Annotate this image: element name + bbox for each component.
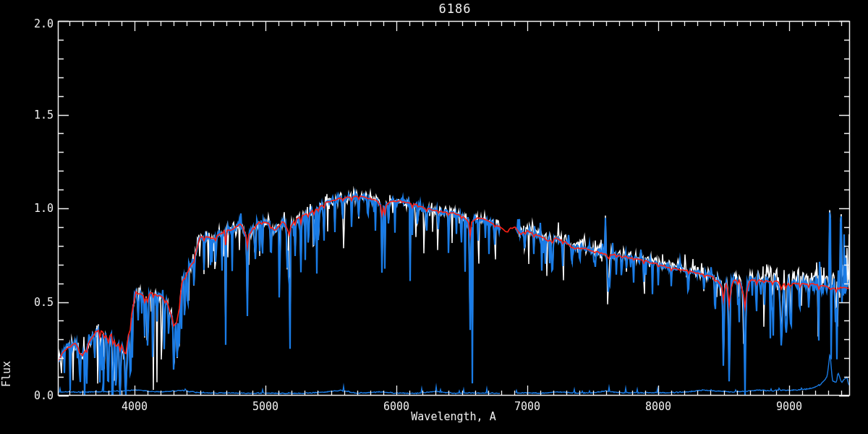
plot-title: 6186 xyxy=(439,1,472,16)
plot-window: 6186 Wavelength, A Flux xyxy=(0,0,868,434)
y-axis-label: Flux xyxy=(0,336,13,412)
spectrum-canvas xyxy=(0,0,868,434)
y-axis-label-area: Flux xyxy=(17,166,38,250)
x-axis-label: Wavelength, A xyxy=(411,410,495,423)
